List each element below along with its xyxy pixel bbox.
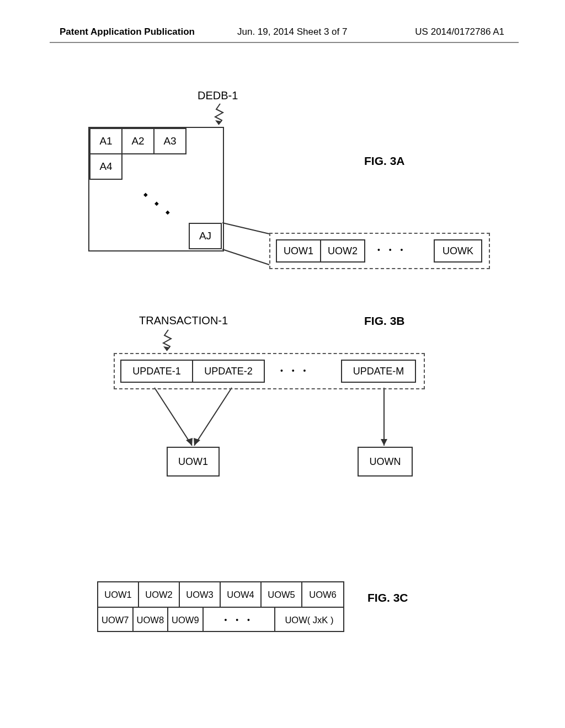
table-row: UOW7 UOW8 UOW9 • • • UOW( JxK ): [98, 608, 343, 632]
update-2-box: UPDATE-2: [192, 360, 265, 383]
ellipsis-icon: ◆: [166, 210, 170, 215]
uown-target-box: UOWN: [358, 447, 413, 477]
cell-aj: AJ: [189, 223, 222, 249]
cell-uow8: UOW8: [134, 608, 169, 632]
uowk-box: UOWK: [434, 239, 482, 263]
arrow-squiggle-icon: [212, 103, 228, 127]
arrow-squiggle-icon: [160, 329, 177, 353]
figure-3b-label: FIG. 3B: [364, 314, 405, 328]
transaction-container: UPDATE-1 UPDATE-2 • • • UPDATE-M: [114, 353, 425, 389]
cell-a1: A1: [89, 128, 122, 154]
svg-marker-1: [186, 438, 193, 446]
ellipsis-icon: • • •: [377, 245, 406, 254]
update-m-box: UPDATE-M: [341, 360, 416, 383]
cell-uow4: UOW4: [221, 582, 262, 607]
header-divider: [50, 42, 519, 43]
uow1-target-box: UOW1: [167, 447, 220, 477]
ellipsis-icon: • • •: [204, 608, 274, 632]
dedb-label: DEDB-1: [198, 89, 238, 102]
cell-uow7: UOW7: [98, 608, 134, 632]
cell-uow6: UOW6: [302, 582, 343, 607]
figure-3c-label: FIG. 3C: [367, 591, 408, 604]
dedb-grid: A1 A2 A3 A4 ◆ ◆ ◆ AJ: [88, 127, 224, 251]
header-right: US 2014/0172786 A1: [415, 26, 504, 38]
ellipsis-icon: ◆: [154, 201, 159, 206]
header-middle: Jun. 19, 2014 Sheet 3 of 7: [237, 26, 347, 38]
figure-3a-label: FIG. 3A: [364, 154, 405, 168]
cell-uow3: UOW3: [180, 582, 221, 607]
ellipsis-icon: ◆: [143, 192, 148, 197]
uow1-box: UOW1: [276, 239, 321, 263]
cell-a4: A4: [89, 153, 122, 180]
uow-table-3c: UOW1 UOW2 UOW3 UOW4 UOW5 UOW6 UOW7 UOW8 …: [97, 581, 344, 632]
ellipsis-icon: • • •: [280, 366, 309, 375]
cell-uow1: UOW1: [98, 582, 139, 607]
cell-uow5: UOW5: [262, 582, 302, 607]
cell-uow9: UOW9: [168, 608, 204, 632]
uow-container-3a: UOW1 UOW2 • • • UOWK: [269, 233, 490, 269]
cell-uow-jxk: UOW( JxK ): [274, 608, 343, 632]
update-1-box: UPDATE-1: [120, 360, 193, 383]
svg-marker-3: [381, 439, 387, 446]
cell-a2: A2: [121, 128, 154, 154]
cell-uow2: UOW2: [139, 582, 180, 607]
table-row: UOW1 UOW2 UOW3 UOW4 UOW5 UOW6: [98, 582, 343, 608]
header-left: Patent Application Publication: [60, 26, 195, 38]
uow2-box: UOW2: [320, 239, 365, 263]
cell-a3: A3: [153, 128, 186, 154]
transaction-label: TRANSACTION-1: [139, 314, 228, 327]
svg-marker-2: [194, 438, 200, 446]
